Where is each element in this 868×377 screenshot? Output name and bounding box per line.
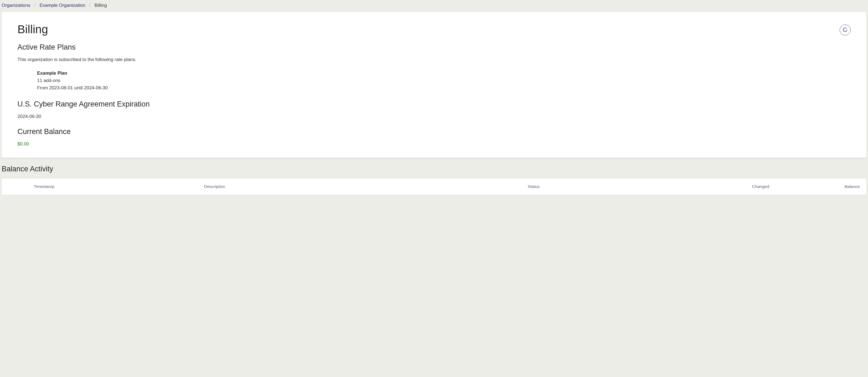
rate-plan-addons: 11 add-ons bbox=[37, 77, 850, 84]
balance-activity-heading: Balance Activity bbox=[2, 165, 866, 173]
rate-plan-item: Example Plan 11 add-ons From 2023-08-01 … bbox=[37, 69, 850, 92]
table-col-description: Description bbox=[204, 184, 528, 189]
billing-card: Billing Active Rate Plans This organizat… bbox=[2, 12, 866, 158]
agreement-expiration-date: 2024-06-30 bbox=[18, 114, 850, 119]
table-col-timestamp: Timestamp bbox=[34, 184, 204, 189]
agreement-expiration-heading: U.S. Cyber Range Agreement Expiration bbox=[18, 100, 850, 108]
refresh-button[interactable] bbox=[840, 25, 850, 35]
table-col-balance: Balance bbox=[775, 184, 860, 189]
breadcrumb-separator: / bbox=[34, 3, 36, 8]
current-balance-value: $0.00 bbox=[18, 141, 850, 147]
table-col-changed: Changed bbox=[673, 184, 775, 189]
rate-plan-name: Example Plan bbox=[37, 69, 850, 77]
breadcrumb-org-link[interactable]: Example Organization bbox=[39, 3, 85, 8]
breadcrumb-separator: / bbox=[89, 3, 91, 8]
active-rate-plans-subtext: This organization is subscribed to the f… bbox=[18, 57, 850, 62]
table-col-expand bbox=[8, 184, 34, 189]
breadcrumb-organizations-link[interactable]: Organizations bbox=[2, 3, 30, 8]
breadcrumb: Organizations / Example Organization / B… bbox=[0, 0, 868, 12]
refresh-icon bbox=[843, 27, 847, 33]
table-header-row: Timestamp Description Status Changed Bal… bbox=[2, 179, 866, 195]
balance-activity-table: Timestamp Description Status Changed Bal… bbox=[2, 179, 866, 195]
rate-plan-period: From 2023-08-01 until 2024-06-30 bbox=[37, 84, 850, 92]
active-rate-plans-heading: Active Rate Plans bbox=[18, 43, 850, 52]
page-title: Billing bbox=[18, 23, 48, 36]
table-col-status: Status bbox=[528, 184, 673, 189]
breadcrumb-current: Billing bbox=[95, 3, 107, 8]
current-balance-heading: Current Balance bbox=[18, 128, 850, 136]
